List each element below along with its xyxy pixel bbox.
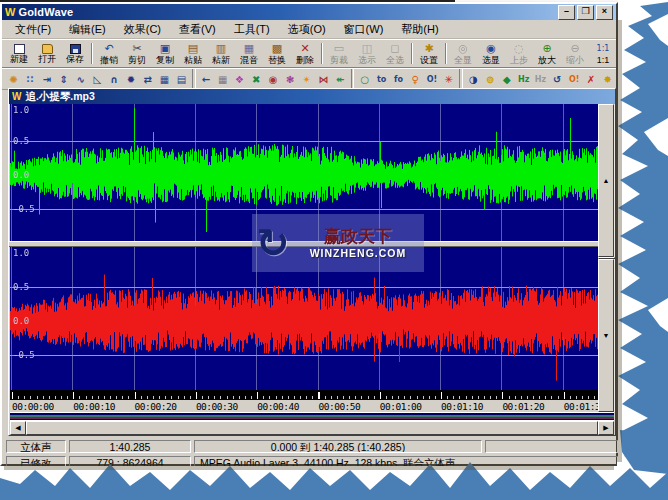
- star-icon[interactable]: ✳: [440, 70, 457, 88]
- toolbar-button: ◎ 全显: [449, 40, 477, 67]
- toolbar-button-icon: [70, 44, 81, 54]
- toolbar-button-label: 提示: [628, 55, 646, 65]
- scroll-down-icon[interactable]: ▼: [598, 259, 614, 412]
- toolbar-button[interactable]: 1:1 1:1: [589, 40, 617, 67]
- close-button[interactable]: ×: [596, 5, 613, 20]
- toolbar-button[interactable]: ⊕ 放大: [533, 40, 561, 67]
- overview-bar[interactable]: [10, 412, 614, 421]
- minimize-button[interactable]: –: [558, 5, 575, 20]
- channel-swap-icon[interactable]: ⇄: [139, 70, 156, 88]
- power-icon[interactable]: ✸: [599, 70, 616, 88]
- hz-flat-icon[interactable]: Hz: [532, 70, 549, 88]
- toolbar-button[interactable]: ▥ 粘新: [207, 40, 235, 67]
- menu-item[interactable]: 查看(V): [170, 20, 225, 39]
- noise-icon[interactable]: ❖: [231, 70, 248, 88]
- toolbar-button-label: 求值: [656, 55, 668, 65]
- eye-icon[interactable]: ◉: [265, 70, 282, 88]
- adjust-points-icon[interactable]: ⇕: [55, 70, 72, 88]
- toolbar-button-label: 缩小: [566, 55, 584, 65]
- format-field: MPEG Audio Layer 3, 44100 Hz, 128 kbps, …: [194, 456, 618, 469]
- horizontal-scrollbar[interactable]: ◀ ▶: [10, 421, 614, 435]
- toolbar-button[interactable]: 保存: [61, 40, 89, 67]
- menu-item[interactable]: 选项(O): [279, 20, 335, 39]
- exclaim-icon[interactable]: O!: [424, 70, 441, 88]
- keyboard-icon[interactable]: ▦: [214, 70, 231, 88]
- toolbar-button-icon: ✦: [632, 43, 641, 55]
- toolbar-button[interactable]: 新建: [5, 40, 33, 67]
- filter-gear-icon[interactable]: ✹: [123, 70, 140, 88]
- mapper-icon[interactable]: ▤: [173, 70, 190, 88]
- status-bar-bottom: 已修改 779 : 8624964 MPEG Audio Layer 3, 44…: [4, 454, 618, 470]
- toolbar-button-icon: ⊖: [570, 43, 579, 55]
- toolbar-button-label: 设置: [420, 55, 438, 65]
- expression-icon[interactable]: ∷: [22, 70, 39, 88]
- horizontal-scroll-thumb[interactable]: [26, 421, 598, 435]
- toolbar-button-label: 粘新: [212, 55, 230, 65]
- scroll-up-icon[interactable]: ▲: [598, 104, 614, 257]
- amplitude-label: -0.5: [13, 351, 35, 360]
- toolbar-button[interactable]: 打开: [33, 40, 61, 67]
- voice-icon[interactable]: ✗: [583, 70, 600, 88]
- menu-item[interactable]: 帮助(H): [392, 20, 447, 39]
- amplitude-label: 0.5: [13, 137, 29, 146]
- menu-item[interactable]: 文件(F): [6, 20, 60, 39]
- loop-icon[interactable]: ↺: [549, 70, 566, 88]
- mixer-balls-icon[interactable]: ✺: [5, 70, 22, 88]
- time-ruler-labels: 00:00:0000:00:1000:00:2000:00:3000:00:40…: [10, 400, 598, 412]
- toolbar-button[interactable]: ▣ 复制: [151, 40, 179, 67]
- swirl-icon[interactable]: ❃: [281, 70, 298, 88]
- maximize-button[interactable]: ❒: [577, 5, 594, 20]
- bowtie-icon[interactable]: ⋈: [315, 70, 332, 88]
- scroll-right-icon[interactable]: ▶: [598, 421, 614, 435]
- vertical-scrollbar[interactable]: ▲ ▼: [598, 104, 615, 412]
- interpolate-icon[interactable]: ∿: [72, 70, 89, 88]
- timeline-label: 00:00:10: [73, 401, 115, 412]
- window-title: GoldWave: [18, 6, 558, 18]
- shift-left-icon[interactable]: ←: [198, 70, 215, 88]
- toolbar-button[interactable]: ▩ 替换: [263, 40, 291, 67]
- amplitude-label: 0.0: [13, 171, 29, 180]
- menu-item[interactable]: 窗口(W): [335, 20, 393, 39]
- toolbar-button-icon: ▤: [188, 43, 198, 55]
- toolbar-button-icon: ✱: [424, 43, 433, 55]
- toolbar-button[interactable]: ✕ 删除: [291, 40, 319, 67]
- toolbar-button[interactable]: ▤ 粘贴: [179, 40, 207, 67]
- title-bar[interactable]: W GoldWave – ❒ ×: [2, 4, 616, 20]
- offset-icon[interactable]: ♀: [407, 70, 424, 88]
- toolbar-button: ◌ 上步: [505, 40, 533, 67]
- toolbar-button-label: 上步: [510, 55, 528, 65]
- toolbar-button[interactable]: ƒ(x) 求值: [651, 40, 668, 67]
- scroll-left-icon[interactable]: ◀: [10, 421, 26, 435]
- alert-icon[interactable]: O!: [566, 70, 583, 88]
- toolbar-button-label: 剪切: [128, 55, 146, 65]
- document-title-bar[interactable]: W 追.小提琴.mp3: [9, 89, 615, 104]
- menu-item[interactable]: 效果(C): [115, 20, 170, 39]
- time-shift-icon[interactable]: to: [373, 70, 390, 88]
- doppler-icon[interactable]: fo: [390, 70, 407, 88]
- menu-item[interactable]: 编辑(E): [60, 20, 115, 39]
- toolbar-button[interactable]: ▦ 混音: [235, 40, 263, 67]
- modified-field: 已修改: [6, 456, 66, 469]
- gear-dark-icon[interactable]: ◑: [465, 70, 482, 88]
- toolbar-button[interactable]: ◉ 选显: [477, 40, 505, 67]
- toolbar-button-label: 保存: [66, 54, 84, 64]
- toolbar-button[interactable]: ↶ 撤销: [95, 40, 123, 67]
- pitch-arc-icon[interactable]: ∩: [106, 70, 123, 88]
- hz-play-icon[interactable]: Hz: [515, 70, 532, 88]
- arrow-back-icon[interactable]: ↞: [332, 70, 349, 88]
- menu-item[interactable]: 工具(T): [225, 20, 279, 39]
- burst-icon[interactable]: ✴: [298, 70, 315, 88]
- circle-icon[interactable]: ○: [356, 70, 373, 88]
- matrix-icon[interactable]: ▦: [156, 70, 173, 88]
- time-ruler: [10, 390, 598, 400]
- status-spare-field-1: [485, 440, 618, 453]
- toolbar-button[interactable]: ✂ 剪切: [123, 40, 151, 67]
- toolbar-button[interactable]: ✦ 提示: [623, 40, 651, 67]
- toolbar-button[interactable]: ✱ 设置: [415, 40, 443, 67]
- amplitude-label: 1.0: [13, 106, 29, 115]
- pan-diamond-icon[interactable]: ◆: [499, 70, 516, 88]
- reduce-icon[interactable]: ✖: [248, 70, 265, 88]
- rings-icon[interactable]: ⊚: [482, 70, 499, 88]
- play-to-end-icon[interactable]: ⇥: [39, 70, 56, 88]
- ramp-icon[interactable]: ◺: [89, 70, 106, 88]
